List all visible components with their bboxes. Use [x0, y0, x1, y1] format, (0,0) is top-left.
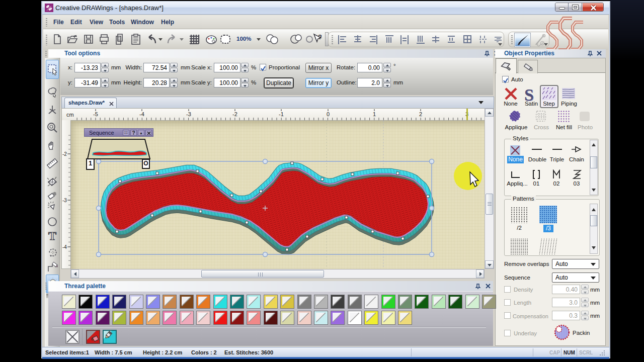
svg-text:cm: cm	[66, 112, 74, 118]
svg-text:?: ?	[318, 33, 322, 41]
svg-text:-3: -3	[186, 111, 191, 117]
svg-text:-4: -4	[139, 111, 144, 117]
svg-text:1: 1	[373, 111, 376, 117]
svg-text:-4: -4	[62, 244, 67, 250]
svg-text:-1: -1	[279, 111, 284, 117]
svg-text:-3: -3	[62, 198, 67, 203]
svg-text:2: 2	[419, 111, 422, 117]
svg-text:-2: -2	[232, 111, 237, 117]
svg-text:T: T	[48, 229, 56, 242]
svg-text:0: 0	[327, 111, 330, 117]
svg-text:-5: -5	[93, 111, 98, 117]
svg-text:-2: -2	[62, 151, 67, 157]
